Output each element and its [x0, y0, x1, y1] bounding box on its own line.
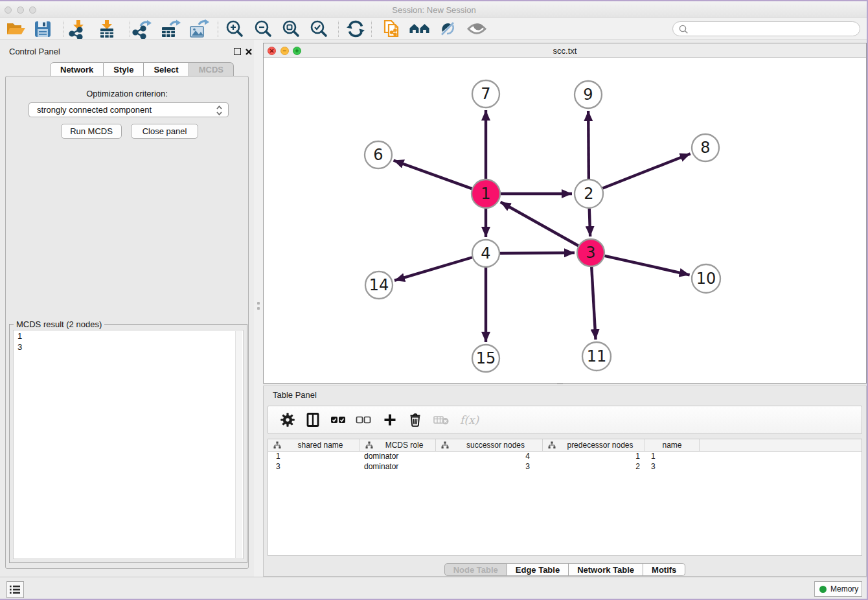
result-scrollbar[interactable]: [235, 331, 242, 558]
show-columns-icon[interactable]: [305, 412, 321, 428]
hierarchy-icon: [273, 441, 281, 449]
export-network-icon[interactable]: [130, 19, 152, 39]
export-image-icon[interactable]: [187, 19, 209, 39]
result-line: 1: [14, 330, 243, 341]
tab-style[interactable]: Style: [104, 62, 144, 76]
import-network-icon[interactable]: [67, 19, 89, 39]
unselect-all-icon[interactable]: [356, 412, 372, 428]
zoom-selected-icon[interactable]: [308, 19, 330, 39]
edge-3-11[interactable]: [591, 267, 595, 340]
edge-3-1[interactable]: [501, 202, 578, 246]
tab-network[interactable]: Network: [50, 62, 104, 76]
main-toolbar: [0, 17, 868, 40]
zoom-fit-icon[interactable]: [280, 19, 303, 39]
network-canvas[interactable]: 1234678910111415: [264, 58, 866, 383]
window-titlebar: Session: New Session: [0, 1, 868, 17]
delete-table-icon[interactable]: [433, 412, 450, 428]
window-title: Session: New Session: [0, 5, 868, 15]
splitter-grip[interactable]: [257, 302, 260, 305]
open-file-icon[interactable]: [4, 19, 26, 39]
graph-node-9[interactable]: 9: [575, 81, 602, 108]
graph-node-4[interactable]: 4: [472, 240, 499, 267]
svg-text:2: 2: [584, 185, 593, 203]
control-panel-float-button[interactable]: [234, 48, 241, 55]
criterion-dropdown[interactable]: strongly connected component: [29, 102, 229, 117]
network-window-titlebar[interactable]: ✕ − + scc.txt: [264, 43, 866, 58]
graph-node-15[interactable]: 15: [472, 345, 499, 372]
function-builder-button[interactable]: f(x): [460, 413, 479, 426]
zoom-out-icon[interactable]: [253, 19, 275, 39]
apply-layout-icon[interactable]: [345, 19, 367, 39]
table-row[interactable]: 1dominator411: [268, 452, 862, 462]
task-history-button[interactable]: [6, 581, 24, 598]
dropdown-stepper-icon: [216, 105, 223, 116]
search-input[interactable]: [672, 21, 860, 36]
cell-mcds_role: dominator: [360, 462, 436, 472]
select-all-icon[interactable]: [330, 412, 347, 428]
tab-edge-table[interactable]: Edge Table: [507, 563, 569, 576]
edge-3-10[interactable]: [604, 256, 689, 275]
graph-node-1[interactable]: 1: [472, 179, 500, 208]
close-panel-button[interactable]: Close panel: [131, 124, 198, 139]
svg-text:14: 14: [369, 276, 389, 294]
column-header-name[interactable]: name: [645, 439, 700, 451]
tab-select[interactable]: Select: [144, 62, 188, 76]
edge-2-9[interactable]: [588, 111, 589, 179]
cell-name: 1: [645, 452, 700, 462]
mcds-result-title: MCDS result (2 nodes): [14, 319, 104, 329]
tab-network-table[interactable]: Network Table: [569, 563, 643, 576]
svg-text:3: 3: [586, 244, 595, 262]
tab-node-table[interactable]: Node Table: [444, 563, 507, 576]
column-header-shared-name[interactable]: shared name: [268, 439, 360, 451]
edge-4-3[interactable]: [500, 253, 575, 253]
graph-node-3[interactable]: 3: [577, 239, 604, 266]
svg-text:11: 11: [587, 347, 607, 365]
memory-button[interactable]: Memory: [814, 581, 862, 597]
graph-node-14[interactable]: 14: [365, 271, 393, 299]
tab-motifs[interactable]: Motifs: [643, 563, 685, 576]
edge-4-14[interactable]: [394, 257, 472, 281]
task-list-icon: [7, 582, 23, 597]
criterion-value: strongly connected component: [37, 105, 152, 115]
graph-node-2[interactable]: 2: [575, 179, 603, 208]
show-graphics-icon[interactable]: [466, 19, 488, 39]
nested-network-icon[interactable]: [409, 19, 431, 39]
column-header-successor-nodes[interactable]: successor nodes: [436, 439, 543, 451]
graph-node-6[interactable]: 6: [365, 141, 392, 168]
hide-graphics-icon[interactable]: [437, 19, 459, 39]
clone-network-icon[interactable]: [381, 19, 403, 39]
network-graph: 1234678910111415: [264, 58, 866, 383]
cell-predecessor_nodes: 2: [543, 462, 645, 472]
graph-node-7[interactable]: 7: [472, 80, 499, 108]
graph-node-11[interactable]: 11: [582, 342, 611, 371]
edge-2-8[interactable]: [602, 154, 690, 188]
create-column-icon[interactable]: [382, 412, 398, 428]
table-panel-title: Table Panel: [273, 390, 317, 400]
export-table-icon[interactable]: [159, 19, 181, 39]
edge-1-6[interactable]: [394, 160, 472, 189]
zoom-in-icon[interactable]: [224, 19, 246, 39]
table-row[interactable]: 3dominator323: [268, 462, 862, 472]
column-header-MCDS-role[interactable]: MCDS role: [360, 439, 436, 451]
screen-edge: [0, 0, 868, 1]
mcds-result-group: MCDS result (2 nodes) 13: [9, 324, 247, 563]
graph-node-8[interactable]: 8: [692, 134, 719, 161]
column-header-predecessor-nodes[interactable]: predecessor nodes: [543, 439, 645, 451]
run-mcds-button[interactable]: Run MCDS: [61, 124, 122, 139]
splitter-grip[interactable]: [257, 307, 260, 310]
table-settings-icon[interactable]: [280, 412, 295, 428]
mcds-result-list[interactable]: 13: [13, 330, 244, 559]
svg-text:4: 4: [481, 244, 490, 262]
delete-column-icon[interactable]: [407, 412, 423, 428]
save-session-icon[interactable]: [32, 19, 54, 39]
cell-mcds_role: dominator: [360, 452, 436, 462]
import-table-icon[interactable]: [96, 19, 118, 39]
svg-text:15: 15: [476, 349, 496, 367]
tab-mcds[interactable]: MCDS: [189, 62, 234, 76]
hierarchy-icon: [548, 441, 556, 449]
control-panel-close-icon[interactable]: [245, 48, 253, 56]
edge-2-3[interactable]: [589, 209, 590, 237]
graph-node-10[interactable]: 10: [692, 264, 720, 293]
optimization-criterion-label: Optimization criterion:: [5, 89, 249, 98]
hierarchy-icon: [365, 441, 373, 449]
